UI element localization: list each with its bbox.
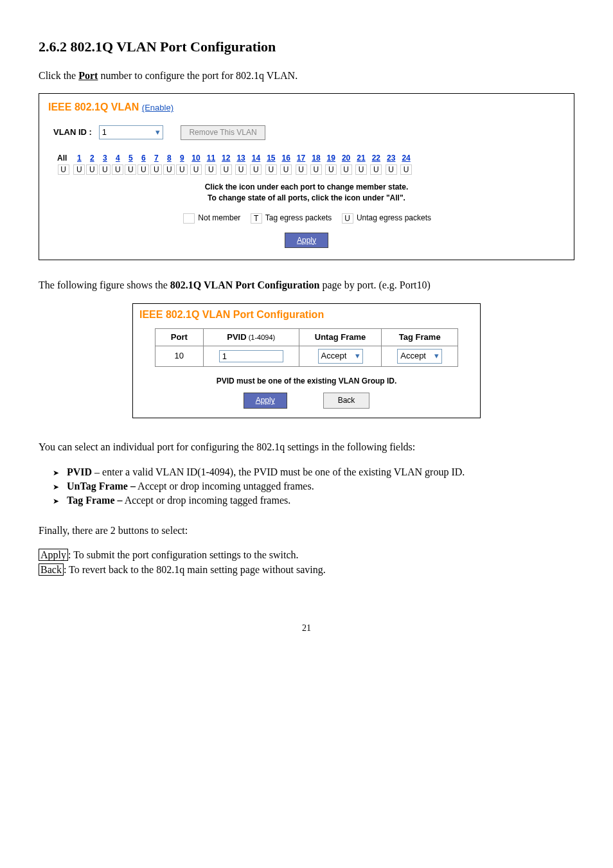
state-note: Click the icon under each port to change… (48, 182, 565, 204)
port-state-toggle[interactable]: U (341, 164, 352, 175)
port-state-toggle[interactable]: U (86, 164, 98, 175)
port-link[interactable]: 17 (294, 153, 308, 164)
all-column-label: All (55, 153, 72, 164)
port-state-toggle[interactable]: U (310, 164, 322, 175)
col-pvid: PVID (1-4094) (203, 329, 299, 346)
apply-expl: : To submit the port configuration setti… (68, 549, 299, 560)
tag-icon: T (251, 213, 262, 224)
boxed-back-word: Back (39, 563, 64, 576)
port-link[interactable]: 13 (234, 153, 247, 164)
port-link[interactable]: 10 (189, 153, 202, 164)
port-link[interactable]: 2 (86, 153, 98, 164)
port-state-toggle[interactable]: U (280, 164, 292, 175)
port-config-title: IEEE 802.1Q VLAN Port Configuration (139, 308, 474, 322)
field-bullets: PVID – enter a valid VLAN ID(1-4094), th… (39, 465, 574, 508)
port-table: All 1 2 3 4 5 6 7 8 9 10 11 12 13 14 15 … (53, 152, 414, 177)
port-link[interactable]: 6 (138, 153, 149, 164)
mid-paragraph: The following figure shows the 802.1Q VL… (39, 278, 574, 292)
port-state-toggle[interactable]: U (400, 164, 412, 175)
mid-bold: 802.1Q VLAN Port Configuration (170, 279, 320, 290)
port-state-toggle[interactable]: U (296, 164, 307, 175)
untag-text: Accept or drop incoming untagged frames. (136, 481, 314, 492)
vlan-id-select[interactable]: 1 (99, 125, 163, 139)
mid-post: page by port. (e.g. Port10) (319, 279, 430, 290)
remove-vlan-button[interactable]: Remove This VLAN (181, 125, 265, 140)
legend-notmember-label: Not member (198, 213, 240, 222)
legend-tag-label: Tag egress packets (265, 213, 332, 222)
port-link[interactable]: 1 (73, 153, 85, 164)
port-state-toggle[interactable]: U (220, 164, 232, 175)
all-state-toggle[interactable]: U (58, 164, 69, 175)
port-state-toggle[interactable]: U (125, 164, 136, 175)
vlan-title-text: IEEE 802.1Q VLAN (48, 102, 142, 112)
not-member-icon (183, 213, 195, 224)
note-line1: Click the icon under each port to change… (205, 182, 409, 191)
back-button[interactable]: Back (323, 393, 370, 409)
port-config-table: Port PVID (1-4094) Untag Frame Tag Frame… (155, 328, 458, 366)
apply-button[interactable]: Apply (244, 393, 287, 409)
intro-post: number to configure the port for 802.1q … (98, 70, 298, 81)
port-link[interactable]: 5 (125, 153, 136, 164)
port-config-panel: IEEE 802.1Q VLAN Port Configuration Port… (132, 303, 481, 418)
port-link[interactable]: 14 (249, 153, 263, 164)
port-link[interactable]: 11 (204, 153, 218, 164)
port-state-toggle[interactable]: U (73, 164, 85, 175)
port-link[interactable]: 3 (99, 153, 111, 164)
note-line2: To change state of all ports, click the … (208, 193, 405, 202)
list-item: UnTag Frame – Accept or drop incoming un… (53, 479, 574, 493)
port-link[interactable]: 24 (399, 153, 413, 164)
apply-button[interactable]: Apply (285, 233, 328, 249)
port-link[interactable]: 16 (280, 153, 293, 164)
port-link[interactable]: 12 (219, 153, 233, 164)
list-item: PVID – enter a valid VLAN ID(1-4094), th… (53, 465, 574, 479)
col-pvid-range: (1-4094) (247, 333, 276, 341)
pvid-input[interactable] (219, 350, 283, 362)
port-link[interactable]: 21 (354, 153, 368, 164)
vlan-id-label: VLAN ID : (53, 127, 92, 137)
page-number: 21 (39, 622, 574, 635)
port-link[interactable]: 23 (384, 153, 398, 164)
port-link[interactable]: 8 (163, 153, 175, 164)
col-pvid-label: PVID (227, 332, 246, 342)
port-state-toggle[interactable]: U (138, 164, 149, 175)
port-state-toggle[interactable]: U (176, 164, 188, 175)
section-heading: 2.6.2 802.1Q VLAN Port Configuration (39, 37, 574, 57)
port-link[interactable]: 15 (264, 153, 278, 164)
col-tag: Tag Frame (382, 329, 458, 346)
port-state-toggle[interactable]: U (355, 164, 367, 175)
port-link[interactable]: 19 (324, 153, 338, 164)
finally-para: Finally, there are 2 buttons to select: (39, 524, 574, 538)
port-link[interactable]: 18 (309, 153, 323, 164)
port-state-toggle[interactable]: U (265, 164, 277, 175)
port-state-toggle[interactable]: U (235, 164, 247, 175)
untag-select[interactable]: Accept (318, 349, 363, 363)
port-state-toggle[interactable]: U (112, 164, 123, 175)
port-state-toggle[interactable]: U (150, 164, 162, 175)
port-state-row: U U U U U U U U U U U U U U U U U U U U (55, 164, 413, 175)
port-link[interactable]: 7 (150, 153, 162, 164)
tag-select[interactable]: Accept (397, 349, 442, 363)
port-state-toggle[interactable]: U (250, 164, 262, 175)
port-link[interactable]: 22 (369, 153, 383, 164)
intro-port-word: Port (78, 70, 98, 81)
legend-untag-label: Untag egress packets (357, 213, 431, 222)
port-link[interactable]: 4 (112, 153, 123, 164)
col-untag: Untag Frame (299, 329, 381, 346)
vlan-main-panel: IEEE 802.1Q VLAN (Enable) VLAN ID : 1 Re… (39, 93, 574, 260)
port-link[interactable]: 20 (339, 153, 353, 164)
port-grid: All 1 2 3 4 5 6 7 8 9 10 11 12 13 14 15 … (53, 152, 565, 177)
port-value: 10 (155, 346, 203, 366)
port-state-toggle[interactable]: U (370, 164, 382, 175)
col-port: Port (155, 329, 203, 346)
port-state-toggle[interactable]: U (386, 164, 397, 175)
tag-text: Accept or drop incoming tagged frames. (123, 495, 291, 506)
pvid-note: PVID must be one of the existing VLAN Gr… (139, 376, 474, 387)
port-state-toggle[interactable]: U (190, 164, 202, 175)
port-state-toggle[interactable]: U (205, 164, 217, 175)
port-state-toggle[interactable]: U (99, 164, 111, 175)
port-state-toggle[interactable]: U (325, 164, 337, 175)
port-state-toggle[interactable]: U (163, 164, 175, 175)
enable-link[interactable]: (Enable) (142, 103, 173, 112)
mid-pre: The following figure shows the (39, 279, 170, 290)
port-link[interactable]: 9 (176, 153, 188, 164)
